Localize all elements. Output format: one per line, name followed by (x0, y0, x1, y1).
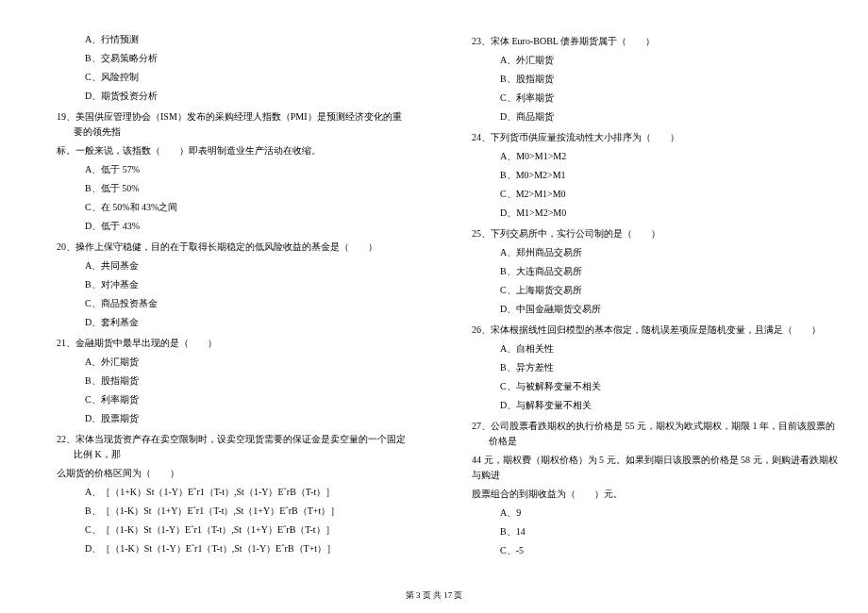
option-25b: B、大连商品交易所 (500, 264, 840, 279)
option-19b: B、低于 50% (85, 181, 406, 196)
option-21b: B、股指期货 (85, 373, 406, 389)
question-22-cont: 么期货的价格区间为（ ） (57, 466, 406, 481)
option-23d: D、商品期货 (500, 109, 840, 124)
option-19c: C、在 50%和 43%之间 (85, 200, 406, 215)
option-25a: A、郑州商品交易所 (500, 245, 840, 260)
option-20c: C、商品投资基金 (85, 296, 406, 311)
option-24b: B、M0>M2>M1 (500, 168, 840, 183)
option-26b: B、异方差性 (500, 360, 840, 375)
option-20b: B、对冲基金 (85, 277, 406, 292)
option-26a: A、自相关性 (500, 341, 840, 356)
option-25d: D、中国金融期货交易所 (500, 302, 840, 317)
question-27: 27、公司股票看跌期权的执行价格是 55 元，期权为欧式期权，期限 1 年，目前… (472, 419, 840, 449)
option-21d: D、股票期货 (85, 411, 406, 426)
option-23a: A、外汇期货 (500, 53, 840, 68)
page-content: A、行情预测 B、交易策略分析 C、风险控制 D、期货投资分析 19、美国供应管… (0, 28, 868, 585)
option-19d: D、低于 43% (85, 219, 406, 234)
question-19: 19、美国供应管理协会（ISM）发布的采购经理人指数（PMI）是预测经济变化的重… (57, 109, 406, 140)
question-20: 20、操作上保守稳健，目的在于取得长期稳定的低风险收益的基金是（ ） (57, 240, 406, 255)
option-18c: C、风险控制 (85, 70, 406, 85)
question-21: 21、金融期货中最早出现的是（ ） (57, 336, 406, 351)
question-27-cont2: 股票组合的到期收益为（ ）元。 (472, 487, 840, 502)
option-21a: A、外汇期货 (85, 355, 406, 370)
option-18d: D、期货投资分析 (85, 89, 406, 104)
option-18a: A、行情预测 (85, 32, 406, 47)
page-footer: 第 3 页 共 17 页 (0, 589, 868, 602)
option-22d: D、［（1-K）St（1-Y）Eˆr1（T-t）,St（1-Y）EˆrB（T+t… (85, 541, 406, 556)
question-24: 24、下列货币供应量按流动性大小排序为（ ） (472, 130, 840, 145)
option-27a: A、9 (500, 505, 840, 521)
question-26: 26、宋体根据线性回归模型的基本假定，随机误差项应是随机变量，且满足（ ） (472, 323, 840, 338)
question-27-cont1: 44 元，期权费（期权价格）为 5 元。如果到期日该股票的价格是 58 元，则购… (472, 453, 840, 483)
right-column: 23、宋体 Euro-BOBL 债券期货属于（ ） A、外汇期货 B、股指期货 … (434, 28, 868, 585)
question-19-cont: 标。一般来说，该指数（ ）即表明制造业生产活动在收缩。 (57, 143, 406, 158)
question-23: 23、宋体 Euro-BOBL 债券期货属于（ ） (472, 34, 840, 49)
option-20d: D、套利基金 (85, 315, 406, 330)
question-22: 22、宋体当现货资产存在卖空限制时，设卖空现货需要的保证金是卖空量的一个固定比例… (57, 432, 406, 462)
option-24c: C、M2>M1>M0 (500, 187, 840, 202)
option-27b: B、14 (500, 524, 840, 539)
option-23c: C、利率期货 (500, 91, 840, 106)
option-22b: B、［（1-K）St（1+Y）Eˆr1（T-t）,St（1+Y）EˆrB（T+t… (85, 504, 406, 519)
option-19a: A、低于 57% (85, 162, 406, 177)
option-20a: A、共同基金 (85, 258, 406, 273)
option-27c: C、-5 (500, 543, 840, 558)
option-23b: B、股指期货 (500, 72, 840, 87)
option-24a: A、M0>M1>M2 (500, 149, 840, 164)
option-26d: D、与解释变量不相关 (500, 398, 840, 413)
option-18b: B、交易策略分析 (85, 51, 406, 66)
option-21c: C、利率期货 (85, 392, 406, 407)
option-24d: D、M1>M2>M0 (500, 206, 840, 221)
question-25: 25、下列交易所中，实行公司制的是（ ） (472, 226, 840, 241)
option-25c: C、上海期货交易所 (500, 283, 840, 298)
left-column: A、行情预测 B、交易策略分析 C、风险控制 D、期货投资分析 19、美国供应管… (0, 28, 434, 585)
option-26c: C、与被解释变量不相关 (500, 379, 840, 394)
option-22a: A、［（1+K）St（1-Y）Eˆr1（T-t）,St（1-Y）EˆrB（T-t… (85, 485, 406, 500)
option-22c: C、［（1-K）St（1-Y）Eˆr1（T-t）,St（1+Y）EˆrB（T-t… (85, 522, 406, 538)
